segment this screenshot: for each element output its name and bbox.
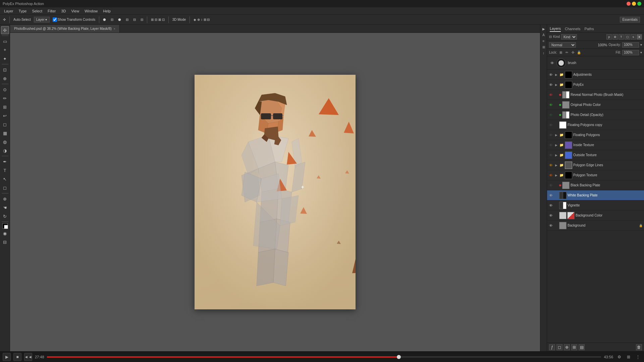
tab-close[interactable]: × (114, 27, 115, 31)
layer-background[interactable]: 👁 Background 🔒 (547, 221, 644, 231)
lock-image[interactable]: ✏ (565, 50, 569, 55)
canvas-viewport[interactable]: + (10, 33, 540, 351)
filter-type[interactable]: T (619, 34, 624, 40)
layer-floating-polygons[interactable]: 👁 ▶ 📁 Floating Polygons (547, 130, 644, 140)
bbp-vis[interactable]: 👁 (548, 183, 553, 188)
fp-copy-vis[interactable]: 👁 (548, 123, 553, 127)
tool-path-select[interactable]: ↖ (1, 175, 9, 183)
layer-white-backing[interactable]: 👁 White Backing Plate (547, 190, 644, 200)
layer-black-backing[interactable]: 👁 Black Backing Plate (547, 180, 644, 190)
background-color[interactable] (4, 225, 8, 229)
tool-marquee[interactable]: ▭ (1, 37, 9, 45)
tool-dodge[interactable]: ◑ (1, 146, 9, 155)
edge-vis[interactable]: 👁 (548, 163, 553, 168)
lock-all[interactable]: 🔒 (577, 50, 581, 55)
wbp-vis[interactable]: 👁 (548, 193, 553, 198)
align-bottom[interactable]: ⊟ (139, 17, 145, 22)
progress-bar[interactable] (47, 356, 601, 358)
extra-tools[interactable]: ◈ ⊕ ↕ ⊞ ⊟ (192, 17, 211, 22)
bg-vis[interactable]: 👁 (548, 223, 553, 228)
layer-adjustments[interactable]: 👁 ▶ 📁 Adjustments (547, 70, 644, 80)
tool-eraser[interactable]: ◻ (1, 120, 9, 128)
inside-expand[interactable]: ▶ (554, 143, 558, 147)
filter-toggle[interactable]: ⊟ (549, 35, 552, 39)
menu-filter[interactable]: Filter (45, 8, 58, 14)
tool-move[interactable]: ✣ (1, 26, 9, 34)
tool-history-brush[interactable]: ↩ (1, 112, 9, 120)
settings-icon[interactable]: ⚙ (616, 354, 623, 360)
edge-expand[interactable]: ▶ (554, 163, 558, 167)
tool-crop[interactable]: ⊡ (1, 66, 9, 74)
layer-original-photo[interactable]: 👁 Original Photo Color (547, 100, 644, 110)
outside-vis[interactable]: 👁 (548, 153, 553, 158)
fp-expand[interactable]: ▶ (554, 133, 558, 137)
transform-checkbox[interactable] (53, 17, 57, 22)
filter-pixel[interactable]: p (606, 34, 612, 40)
layer-outside-texture[interactable]: 👁 ▶ 📁 Outside Texture (547, 150, 644, 160)
tab-channels[interactable]: Channels (565, 26, 580, 32)
mini-tool-5[interactable]: ↕ (541, 50, 546, 56)
menu-layer[interactable]: Layer (1, 8, 16, 14)
brush-layer-item[interactable]: 👁 brush (547, 56, 644, 70)
align-center-h[interactable]: ⊟ (109, 17, 115, 22)
auto-select-item[interactable]: Auto-Select (12, 17, 33, 22)
filter-shape[interactable]: ◻ (625, 34, 630, 40)
add-layer-style[interactable]: ƒ (549, 344, 555, 350)
fullscreen-icon[interactable]: ⊞ (625, 354, 632, 360)
tool-pen[interactable]: ✒ (1, 158, 9, 166)
polyex-expand[interactable]: ▶ (554, 83, 558, 87)
new-group[interactable]: ⊞ (571, 344, 577, 350)
tool-lasso[interactable]: ⌖ (1, 46, 9, 54)
tool-eyedropper[interactable]: ⊕ (1, 74, 9, 82)
tool-rotate-view[interactable]: ↻ (1, 212, 9, 220)
rewind-btn[interactable]: ◄◄ (24, 353, 32, 361)
menu-3d[interactable]: 3D (58, 8, 68, 14)
layer-floating-poly-copy[interactable]: 👁 Floating Polygons copy (547, 120, 644, 130)
layer-polygon-edge[interactable]: 👁 ▶ 📁 Polygon Edge Lines (547, 160, 644, 170)
filter-adj[interactable]: ⊕ (612, 34, 618, 40)
brush-vis[interactable]: 👁 (550, 61, 554, 65)
delete-layer[interactable]: 🗑 (636, 344, 642, 350)
menu-select[interactable]: Select (29, 8, 45, 14)
inside-vis[interactable]: 👁 (548, 143, 553, 147)
mini-tool-1[interactable]: ▶ (541, 26, 546, 32)
extra-icon[interactable]: ⋮ (635, 354, 641, 360)
show-transform-controls[interactable]: Show Transform Controls (51, 16, 97, 23)
fill-stepper[interactable]: ▾ (640, 51, 642, 54)
filter-kind-select[interactable]: Kind (561, 34, 577, 40)
tool-blur[interactable]: ◍ (1, 138, 9, 146)
move-tool[interactable]: ✣ (1, 17, 7, 22)
progress-thumb[interactable] (397, 355, 401, 359)
play-pause-btn[interactable]: ▶ (3, 353, 11, 361)
tool-quick-mask[interactable]: ◉ (1, 229, 9, 237)
stop-btn[interactable]: ■ (13, 353, 21, 361)
filter-smart[interactable]: s (631, 34, 636, 40)
lock-transparent[interactable]: ⊠ (558, 50, 563, 55)
tool-wand[interactable]: ✦ (1, 55, 9, 63)
layer-vignette[interactable]: 👁 Vignette (547, 200, 644, 210)
filter-active[interactable]: ● (637, 34, 642, 40)
reveal-vis[interactable]: 👁 (548, 93, 553, 97)
lock-position[interactable]: ✣ (571, 50, 575, 55)
fill-value[interactable]: 100% (622, 50, 639, 55)
fp-vis[interactable]: 👁 (548, 133, 553, 137)
tool-text[interactable]: T (1, 166, 9, 174)
layer-reveal-normal[interactable]: 👁 Reveal Normal Photo (Brush Mask) (547, 90, 644, 100)
menu-view[interactable]: View (68, 8, 82, 14)
tool-spot-heal[interactable]: ⊙ (1, 85, 9, 94)
adjustments-vis[interactable]: 👁 (548, 72, 553, 77)
opacity-value[interactable]: 100% (622, 42, 639, 48)
bgc-vis[interactable]: 👁 (548, 213, 553, 218)
menu-type[interactable]: Type (16, 8, 30, 14)
new-fill[interactable]: ⊕ (564, 344, 570, 350)
vig-vis[interactable]: 👁 (548, 203, 553, 208)
layer-select[interactable]: Layer ▾ (34, 17, 50, 22)
original-vis[interactable]: 👁 (548, 103, 553, 107)
new-layer[interactable]: ▤ (579, 344, 585, 350)
layer-photo-detail[interactable]: 👁 Photo Detail (Opacity) (547, 110, 644, 120)
close-btn[interactable] (627, 2, 631, 6)
align-left[interactable]: ⬣ (101, 17, 108, 22)
tool-gradient[interactable]: ▦ (1, 129, 9, 137)
tool-zoom[interactable]: ⊕ (1, 195, 9, 203)
mini-tool-4[interactable]: ⊞ (541, 44, 546, 50)
